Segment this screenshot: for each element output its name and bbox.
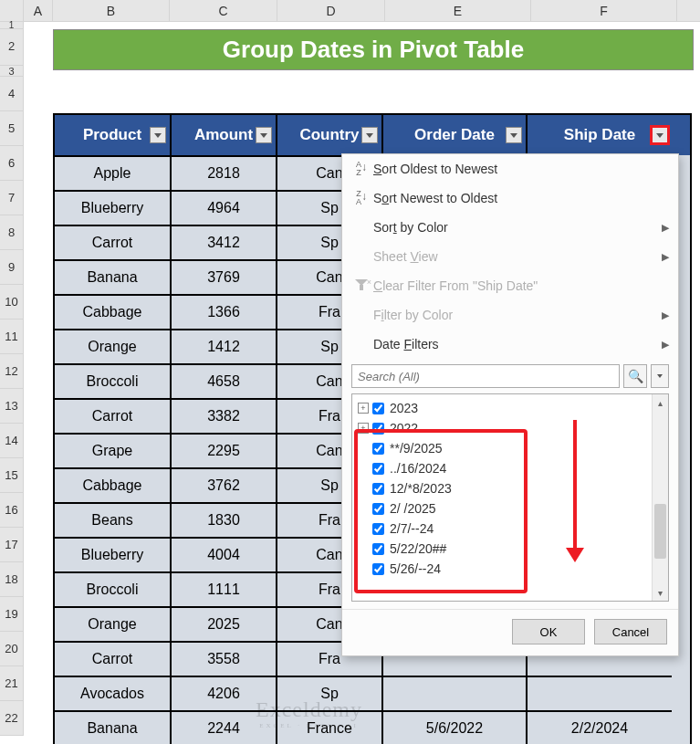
- cell[interactable]: Cabbage: [55, 294, 172, 329]
- cell[interactable]: 5/6/2022: [383, 710, 528, 744]
- cancel-button[interactable]: Cancel: [594, 619, 667, 644]
- table-row[interactable]: Banana2244France5/6/20222/2/2024: [55, 710, 690, 744]
- filter-checkbox[interactable]: [372, 563, 384, 575]
- header-country[interactable]: Country: [277, 115, 383, 155]
- cell[interactable]: 3558: [172, 641, 277, 676]
- filter-checkbox[interactable]: [372, 403, 384, 414]
- cell[interactable]: 4658: [172, 363, 277, 398]
- row-header-2[interactable]: 2: [0, 29, 24, 66]
- header-ship-date[interactable]: Ship Date: [528, 115, 672, 155]
- cell[interactable]: Orange: [55, 606, 172, 641]
- cell[interactable]: Carrot: [55, 398, 172, 433]
- filter-checkbox[interactable]: [372, 463, 384, 475]
- cell[interactable]: 3382: [172, 398, 277, 433]
- expand-icon[interactable]: +: [358, 423, 369, 434]
- row-header-3[interactable]: 3: [0, 66, 24, 77]
- cell[interactable]: 4004: [172, 537, 277, 571]
- cell[interactable]: 3412: [172, 225, 277, 259]
- filter-checkbox[interactable]: [372, 543, 384, 555]
- scrollbar[interactable]: ▴ ▾: [652, 394, 668, 601]
- cell[interactable]: 4964: [172, 190, 277, 225]
- row-header-4[interactable]: 4: [0, 77, 24, 111]
- filter-search-input[interactable]: [351, 364, 620, 388]
- cell[interactable]: Orange: [55, 329, 172, 363]
- filter-checkbox[interactable]: [372, 423, 384, 435]
- col-header-D[interactable]: D: [277, 0, 385, 21]
- cell[interactable]: 2244: [172, 710, 277, 744]
- cell[interactable]: Apple: [55, 155, 172, 190]
- filter-item[interactable]: +2022: [358, 418, 646, 438]
- cell[interactable]: 1366: [172, 294, 277, 329]
- cell[interactable]: France: [277, 710, 383, 744]
- filter-item[interactable]: 5/22/20##: [358, 539, 646, 559]
- cell[interactable]: 4206: [172, 676, 277, 710]
- header-product[interactable]: Product: [55, 115, 172, 155]
- cell[interactable]: 2295: [172, 433, 277, 467]
- filter-item[interactable]: 5/26/--24: [358, 559, 646, 579]
- cell[interactable]: 2/2/2024: [528, 710, 672, 744]
- row-header-9[interactable]: 9: [0, 250, 24, 285]
- filter-checkbox[interactable]: [372, 443, 384, 455]
- row-header-17[interactable]: 17: [0, 528, 24, 562]
- cell[interactable]: Blueberry: [55, 537, 172, 571]
- menu-date-filters[interactable]: Date Filters ▶: [342, 330, 678, 359]
- cell[interactable]: Blueberry: [55, 190, 172, 225]
- cell[interactable]: 3769: [172, 259, 277, 294]
- select-all-corner[interactable]: [0, 0, 24, 21]
- row-header-18[interactable]: 18: [0, 562, 24, 597]
- row-header-8[interactable]: 8: [0, 215, 24, 250]
- filter-item[interactable]: 12/*8/2023: [358, 478, 646, 498]
- cell[interactable]: Sp: [277, 676, 383, 710]
- cell[interactable]: Broccoli: [55, 363, 172, 398]
- filter-item[interactable]: **/9/2025: [358, 438, 646, 458]
- row-header-13[interactable]: 13: [0, 389, 24, 424]
- cell[interactable]: 1830: [172, 502, 277, 537]
- filter-checkbox[interactable]: [372, 483, 384, 495]
- cell[interactable]: [528, 676, 672, 710]
- filter-checkbox[interactable]: [372, 503, 384, 515]
- row-header-20[interactable]: 20: [0, 632, 24, 666]
- col-header-E[interactable]: E: [385, 0, 531, 21]
- col-header-A[interactable]: A: [24, 0, 53, 21]
- cell[interactable]: Broccoli: [55, 571, 172, 606]
- cell[interactable]: Grape: [55, 433, 172, 467]
- row-header-14[interactable]: 14: [0, 424, 24, 458]
- row-header-19[interactable]: 19: [0, 597, 24, 632]
- header-amount[interactable]: Amount: [172, 115, 277, 155]
- filter-dropdown-product[interactable]: [150, 127, 166, 143]
- search-options-dropdown[interactable]: [651, 364, 669, 388]
- row-header-21[interactable]: 21: [0, 666, 24, 701]
- filter-item[interactable]: 2/ /2025: [358, 498, 646, 519]
- cell[interactable]: 1412: [172, 329, 277, 363]
- filter-dropdown-amount[interactable]: [256, 127, 272, 143]
- ok-button[interactable]: OK: [512, 619, 585, 644]
- cell[interactable]: Beans: [55, 502, 172, 537]
- filter-dropdown-country[interactable]: [361, 127, 378, 143]
- filter-dropdown-ship-date[interactable]: [652, 127, 668, 143]
- col-header-C[interactable]: C: [170, 0, 277, 21]
- row-header-15[interactable]: 15: [0, 458, 24, 493]
- filter-item[interactable]: 2/7/--24: [358, 519, 646, 539]
- row-header-11[interactable]: 11: [0, 320, 24, 354]
- cell[interactable]: [383, 676, 528, 710]
- scroll-down-icon[interactable]: ▾: [653, 584, 668, 601]
- row-header-16[interactable]: 16: [0, 493, 24, 528]
- cell[interactable]: Banana: [55, 259, 172, 294]
- row-header-12[interactable]: 12: [0, 354, 24, 389]
- cell[interactable]: Banana: [55, 710, 172, 744]
- cell[interactable]: Avocados: [55, 676, 172, 710]
- menu-sort-oldest[interactable]: AZ↓ Sort Oldest to Newest: [342, 154, 678, 183]
- cell[interactable]: Cabbage: [55, 467, 172, 502]
- cell[interactable]: 3762: [172, 467, 277, 502]
- row-header-22[interactable]: 22: [0, 701, 24, 736]
- scroll-up-icon[interactable]: ▴: [653, 394, 668, 411]
- filter-dropdown-order-date[interactable]: [506, 127, 522, 143]
- col-header-B[interactable]: B: [53, 0, 170, 21]
- header-order-date[interactable]: Order Date: [383, 115, 528, 155]
- cell[interactable]: 1111: [172, 571, 277, 606]
- row-header-1[interactable]: 1: [0, 22, 24, 29]
- cell[interactable]: Carrot: [55, 225, 172, 259]
- cell[interactable]: 2025: [172, 606, 277, 641]
- row-header-7[interactable]: 7: [0, 181, 24, 215]
- expand-icon[interactable]: +: [358, 403, 369, 414]
